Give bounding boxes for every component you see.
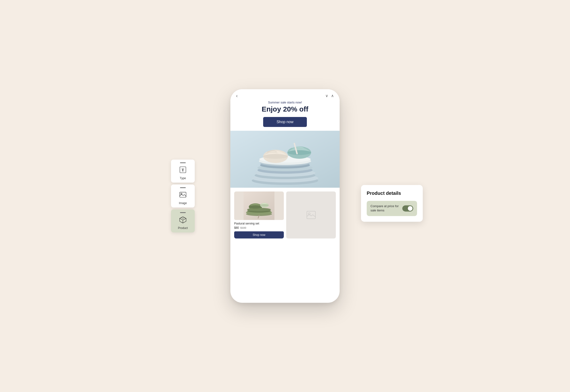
phone: ‹ ∨ ∧ Summer sale starts now! Enjoy 20% …: [230, 89, 340, 303]
svg-point-27: [249, 205, 262, 209]
toolbar-item-image[interactable]: Image: [171, 185, 195, 208]
hero-subtitle: Summer sale starts now!: [236, 101, 334, 104]
product-icon: [178, 215, 188, 224]
product-image-1: [234, 192, 284, 220]
drag-handle: [180, 187, 186, 188]
toggle-knob: [408, 206, 412, 211]
product-1-price: $80: [234, 226, 239, 229]
hero-image: [230, 131, 340, 188]
product-1-compare-price: $100: [240, 226, 246, 229]
product-1-title: Pastural serving set: [234, 222, 284, 225]
panel-title: Product details: [367, 191, 417, 196]
product-1-shop-button[interactable]: Shop now: [234, 231, 284, 238]
svg-rect-2: [180, 192, 186, 197]
toolbar-type-label: Type: [180, 177, 186, 180]
hero-shop-now-button[interactable]: Shop now: [263, 117, 307, 127]
product-details-panel: Product details Compare at price for sal…: [361, 185, 423, 222]
products-grid: Pastural serving set $80 $100 Shop now: [230, 188, 340, 244]
type-icon: T: [178, 165, 188, 175]
phone-nav: ‹ ∨ ∧: [230, 93, 340, 98]
svg-point-17: [263, 154, 288, 159]
toolbar-item-product[interactable]: Product: [171, 210, 195, 233]
panel-option-row: Compare at price for sale items: [367, 201, 417, 216]
product-image-placeholder: [286, 192, 336, 238]
panel-option-label: Compare at price for sale items: [370, 204, 399, 213]
back-button[interactable]: ‹: [236, 93, 238, 98]
svg-point-19: [287, 150, 311, 155]
toolbar-product-label: Product: [178, 226, 188, 230]
toolbar-item-type[interactable]: T Type: [171, 160, 195, 183]
product-card-2: Item title Price Compare_at Shop now: [286, 192, 336, 238]
toolbar: T Type Image: [171, 160, 195, 233]
nav-arrows: ∨ ∧: [325, 94, 334, 98]
product-1-price-row: $80 $100: [234, 226, 284, 229]
drag-handle: [180, 163, 186, 163]
compare-price-toggle[interactable]: [402, 206, 413, 212]
arrow-down-icon[interactable]: ∨: [325, 94, 328, 98]
svg-text:T: T: [182, 168, 184, 172]
image-icon: [178, 190, 188, 199]
svg-point-29: [260, 204, 269, 207]
scene: T Type Image: [143, 30, 427, 362]
hero-title: Enjoy 20% off: [236, 105, 334, 113]
arrow-up-icon[interactable]: ∧: [331, 94, 334, 98]
svg-rect-31: [307, 211, 315, 219]
toolbar-image-label: Image: [179, 201, 187, 205]
drag-handle: [180, 212, 186, 213]
product-card-1: Pastural serving set $80 $100 Shop now: [234, 192, 284, 238]
